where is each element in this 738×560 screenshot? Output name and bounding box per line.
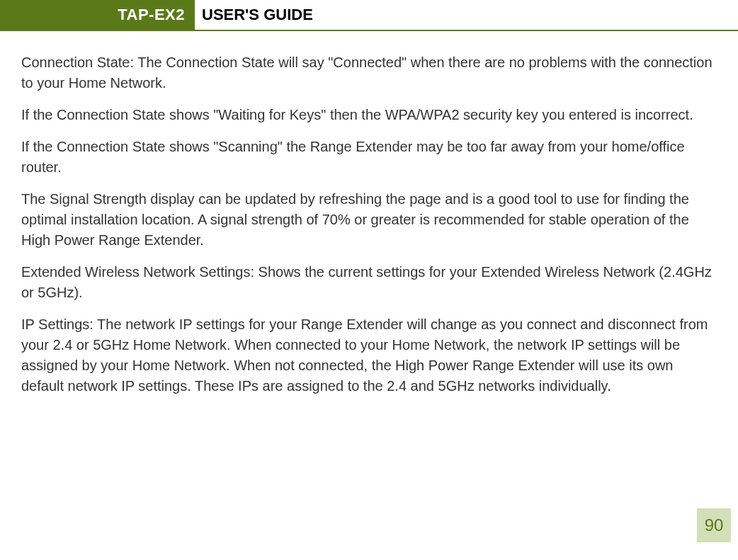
product-badge: TAP-EX2 <box>0 0 195 30</box>
page-number: 90 <box>697 508 731 542</box>
paragraph: IP Settings: The network IP settings for… <box>21 314 717 396</box>
paragraph: If the Connection State shows "Scanning"… <box>21 137 717 178</box>
document-body: Connection State: The Connection State w… <box>0 52 738 396</box>
paragraph: If the Connection State shows "Waiting f… <box>21 105 717 125</box>
paragraph: Connection State: The Connection State w… <box>21 52 717 93</box>
paragraph: The Signal Strength display can be updat… <box>21 189 717 251</box>
document-title: USER'S GUIDE <box>195 0 313 30</box>
paragraph: Extended Wireless Network Settings: Show… <box>21 262 717 303</box>
document-header: TAP-EX2 USER'S GUIDE <box>0 0 738 31</box>
